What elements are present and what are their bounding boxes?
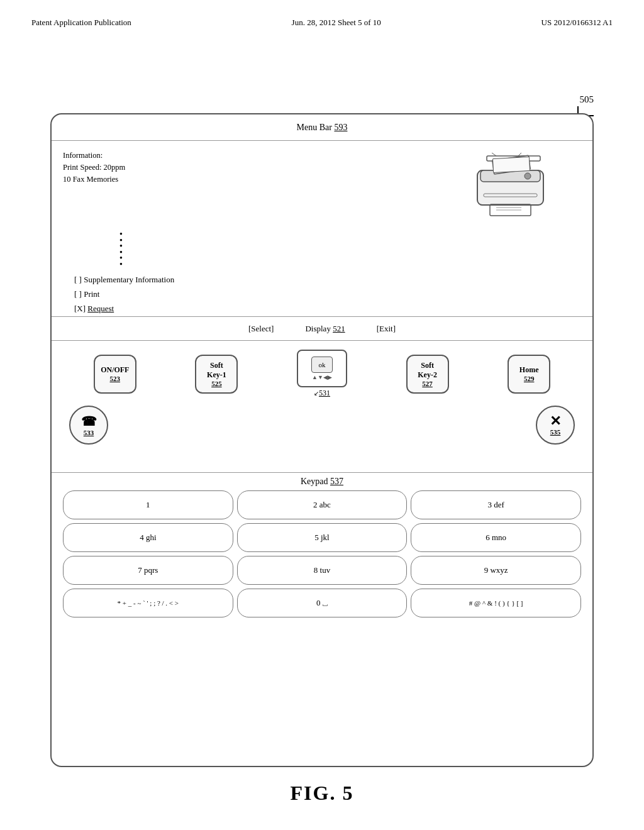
soft-key2-button[interactable]: Soft Key-2 527	[406, 355, 449, 394]
key-3[interactable]: 3 def	[411, 490, 581, 519]
cancel-button[interactable]: ✕ 535	[536, 406, 575, 445]
home-label: Home	[519, 365, 539, 375]
key-6[interactable]: 6 mno	[411, 523, 581, 552]
menu-bar-label: Menu Bar 593	[297, 123, 348, 133]
ok-arrows: ▲▼◀▶	[312, 374, 332, 380]
svg-rect-11	[492, 157, 530, 172]
ok-inner: ok	[311, 357, 333, 373]
info-line-2: Print Speed: 20ppm	[63, 162, 125, 174]
soft-key1-button[interactable]: Soft Key-1 525	[195, 355, 238, 394]
cancel-ref: 535	[550, 428, 561, 436]
soft-key2-label: Soft Key-2	[418, 361, 437, 380]
info-line-1: Information:	[63, 150, 125, 162]
on-off-button[interactable]: ON/OFF 523	[94, 355, 136, 394]
softkey-select[interactable]: [Select]	[248, 324, 274, 334]
key-1[interactable]: 1	[63, 490, 233, 519]
checkbox-supplementary: [ ] Supplementary Information	[74, 272, 581, 287]
keypad-label: Keypad 537	[58, 473, 586, 489]
info-line-3: 10 Fax Memories	[63, 174, 125, 185]
on-off-ref: 523	[110, 375, 121, 382]
key-7[interactable]: 7 pqrs	[63, 556, 233, 585]
patent-header: Patent Application Publication Jun. 28, …	[0, 0, 644, 34]
ok-button[interactable]: ok ▲▼◀▶	[297, 350, 347, 387]
phone-button[interactable]: ☎ 533	[69, 406, 108, 445]
ok-ref: ↙531	[314, 389, 330, 398]
menu-bar-section: Menu Bar 593	[52, 114, 592, 141]
home-button[interactable]: Home 529	[508, 355, 550, 394]
button-row-1: ON/OFF 523 Soft Key-1 525 ok ▲▼◀▶	[52, 341, 592, 398]
dots-area: ● ● ● ● ● ●	[63, 228, 581, 267]
header-center: Jun. 28, 2012 Sheet 5 of 10	[292, 18, 381, 28]
fig-label: FIG. 5	[0, 782, 644, 805]
key-4[interactable]: 4 ghi	[63, 523, 233, 552]
ok-button-wrap: ok ▲▼◀▶ ↙531	[297, 350, 347, 398]
button-row-2: ☎ 533 ✕ 535	[52, 398, 592, 445]
key-star[interactable]: * + _ - ~ ` ' ; ; ? / . < >	[63, 589, 233, 617]
soft-key1-label: Soft Key-1	[207, 361, 226, 380]
keypad-section: Keypad 537 1 2 abc 3 def 4 ghi 5 jkl 6 m…	[52, 473, 592, 766]
header-left: Patent Application Publication	[31, 18, 131, 28]
buttons-section: ON/OFF 523 Soft Key-1 525 ok ▲▼◀▶	[52, 341, 592, 473]
ok-label: ok	[318, 361, 325, 368]
header-right: US 2012/0166312 A1	[541, 18, 613, 28]
spacer	[108, 406, 536, 445]
soft-key1-ref: 525	[211, 380, 222, 387]
svg-point-6	[525, 173, 531, 179]
key-9[interactable]: 9 wxyz	[411, 556, 581, 585]
printer-image	[462, 153, 562, 228]
key-hash[interactable]: # @ ^ & ! ( ) { } [ ]	[411, 589, 581, 617]
softkey-bar: [Select] Display 521 [Exit]	[52, 317, 592, 341]
checkboxes-area: [ ] Supplementary Information [ ] Print …	[63, 267, 581, 316]
key-8[interactable]: 8 tuv	[237, 556, 408, 585]
printer-svg	[462, 153, 556, 222]
keypad-grid: 1 2 abc 3 def 4 ghi 5 jkl 6 mno 7 pqrs 8…	[58, 489, 586, 622]
soft-key2-ref: 527	[422, 380, 433, 387]
cancel-icon: ✕	[550, 414, 561, 428]
softkey-exit[interactable]: [Exit]	[377, 324, 396, 334]
fig-label-area: FIG. 5	[0, 769, 644, 805]
display-info: Information: Print Speed: 20ppm 10 Fax M…	[63, 150, 125, 185]
checkbox-request: [X] Request	[74, 301, 581, 316]
key-2[interactable]: 2 abc	[237, 490, 408, 519]
home-ref: 529	[524, 375, 535, 382]
device-box: Menu Bar 593 Information: Print Speed: 2…	[50, 113, 594, 767]
on-off-label: ON/OFF	[101, 365, 129, 375]
diagram-area: 505 Menu Bar 593 Information: Print Spee…	[38, 63, 606, 767]
key-0[interactable]: 0 ⎵	[237, 589, 408, 617]
display-section: Information: Print Speed: 20ppm 10 Fax M…	[52, 141, 592, 317]
phone-ref: 533	[84, 429, 94, 436]
checkbox-print: [ ] Print	[74, 287, 581, 301]
phone-icon: ☎	[81, 414, 97, 429]
softkey-display: Display 521	[305, 324, 345, 334]
key-5[interactable]: 5 jkl	[237, 523, 408, 552]
